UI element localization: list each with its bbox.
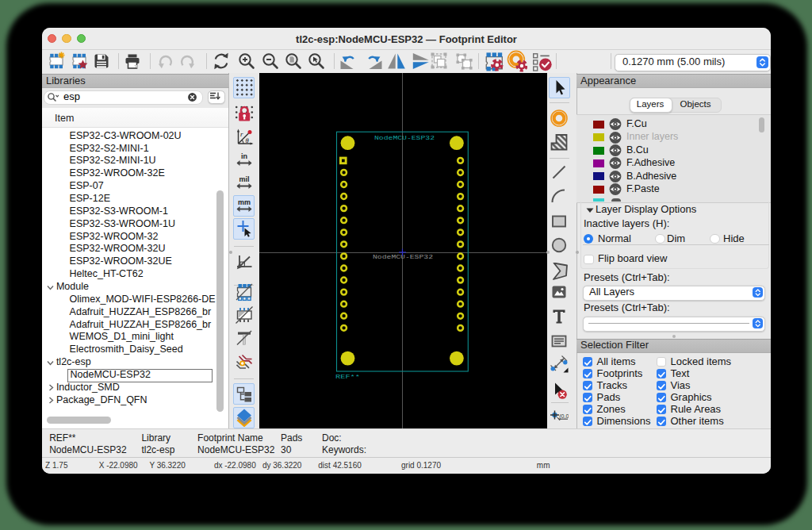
- svg-text:(0,0): (0,0): [559, 413, 569, 420]
- svg-text:NodeMCU-ESP32: NodeMCU-ESP32: [374, 134, 435, 141]
- svg-text:mil: mil: [239, 175, 249, 183]
- svg-text:REF**: REF**: [335, 373, 360, 380]
- svg-text:r: r: [240, 130, 243, 138]
- svg-text:NodeMCU-ESP32: NodeMCU-ESP32: [373, 253, 433, 260]
- svg-text:mm: mm: [237, 198, 250, 206]
- svg-text:θ: θ: [245, 136, 248, 144]
- svg-text:in: in: [241, 152, 247, 160]
